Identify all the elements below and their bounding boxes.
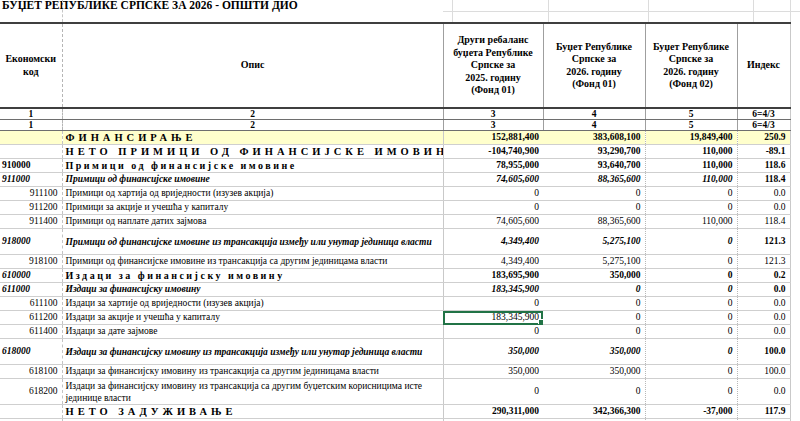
- cell-index[interactable]: 118.4: [737, 173, 790, 187]
- column-header-index[interactable]: Индекс: [737, 23, 790, 108]
- cell-index[interactable]: 100.0: [737, 365, 790, 379]
- cell-index[interactable]: 100.0: [737, 339, 790, 365]
- column-number[interactable]: 2: [62, 108, 443, 120]
- cell-code[interactable]: 611200: [0, 311, 62, 325]
- cell-budget-2026-f02[interactable]: 19,849,400: [645, 131, 737, 145]
- cell-rebalance-2025[interactable]: 0: [443, 201, 543, 215]
- cell-desc[interactable]: Примици од финансијске имовине из транса…: [62, 255, 443, 269]
- cell-budget-2026-f02[interactable]: 0: [645, 283, 737, 297]
- cell-budget-2026-f02[interactable]: 110,000: [645, 159, 737, 173]
- cell-budget-2026-f01[interactable]: 0: [543, 187, 645, 201]
- cell-code[interactable]: 911000: [0, 173, 62, 187]
- cell-desc[interactable]: НЕТО ПРИМИЦИ ОД ФИНАНСИЈСКЕ ИМОВИНЕ: [62, 145, 443, 159]
- cell-budget-2026-f01[interactable]: 93,640,700: [543, 159, 645, 173]
- column-number[interactable]: 1: [0, 108, 62, 120]
- cell-budget-2026-f02[interactable]: 0: [645, 297, 737, 311]
- cell-budget-2026-f01[interactable]: 0: [543, 311, 645, 325]
- cell-desc[interactable]: Издаци за хартије од вриједности (изузев…: [62, 297, 443, 311]
- cell-rebalance-2025[interactable]: 183,695,900: [443, 269, 543, 283]
- sheet-title-cell[interactable]: БУЏЕТ РЕПУБЛИКЕ СРПСКЕ ЗА 2026 - ОПШТИ Д…: [2, 0, 298, 11]
- cell-desc[interactable]: ФИНАНСИРАЊЕ: [62, 131, 443, 145]
- cell-rebalance-2025[interactable]: 0: [443, 187, 543, 201]
- cell-budget-2026-f01[interactable]: 0: [543, 283, 645, 297]
- cell-code[interactable]: [0, 145, 62, 159]
- column-number[interactable]: 4: [543, 120, 645, 131]
- cell-index[interactable]: 0.0: [737, 325, 790, 339]
- cell-budget-2026-f02[interactable]: 0: [645, 365, 737, 379]
- cell-budget-2026-f02[interactable]: 110,000: [645, 173, 737, 187]
- cell-code[interactable]: 618100: [0, 365, 62, 379]
- cell-budget-2026-f02[interactable]: 0: [645, 311, 737, 325]
- cell-desc[interactable]: Издаци за финансијску имовину: [62, 269, 443, 283]
- cell-index[interactable]: 117.9: [737, 405, 790, 419]
- cell-code[interactable]: 610000: [0, 269, 62, 283]
- cell-budget-2026-f01[interactable]: 88,365,600: [543, 215, 645, 229]
- cell-budget-2026-f02[interactable]: 0: [645, 229, 737, 255]
- cell-budget-2026-f02[interactable]: 0: [645, 325, 737, 339]
- cell-index[interactable]: 0.0: [737, 201, 790, 215]
- cell-index[interactable]: 121.3: [737, 255, 790, 269]
- cell-budget-2026-f02[interactable]: 0: [645, 255, 737, 269]
- cell-code[interactable]: 918000: [0, 229, 62, 255]
- cell-budget-2026-f01[interactable]: 350,000: [543, 339, 645, 365]
- cell-code[interactable]: 618200: [0, 379, 62, 405]
- cell-rebalance-2025[interactable]: 0: [443, 325, 543, 339]
- cell-index[interactable]: 0.0: [737, 297, 790, 311]
- cell-budget-2026-f01[interactable]: 0: [543, 297, 645, 311]
- column-number[interactable]: 2: [62, 120, 443, 131]
- cell-index[interactable]: 0.0: [737, 187, 790, 201]
- cell-budget-2026-f01[interactable]: 350,000: [543, 269, 645, 283]
- cell-rebalance-2025[interactable]: 4,349,400: [443, 229, 543, 255]
- cell-rebalance-2025[interactable]: 78,955,000: [443, 159, 543, 173]
- column-number[interactable]: 4: [543, 108, 645, 120]
- cell-budget-2026-f01[interactable]: 383,608,100: [543, 131, 645, 145]
- column-header-budget_2026_f02[interactable]: Буџет Републике Српске за 2026. годину (…: [645, 23, 737, 108]
- cell-code[interactable]: 611000: [0, 283, 62, 297]
- cell-budget-2026-f01[interactable]: 93,290,700: [543, 145, 645, 159]
- cell-index[interactable]: -89.1: [737, 145, 790, 159]
- column-header-budget_2026_f01[interactable]: Буџет Републике Српске за 2026. годину (…: [543, 23, 645, 108]
- cell-desc[interactable]: Издаци за финансијску имовину из трансак…: [62, 379, 443, 405]
- cell-desc[interactable]: Примици од финансијске имовине: [62, 173, 443, 187]
- column-number[interactable]: 3: [443, 108, 543, 120]
- cell-budget-2026-f02[interactable]: 110,000: [645, 215, 737, 229]
- cell-budget-2026-f01[interactable]: 5,275,100: [543, 229, 645, 255]
- cell-rebalance-2025[interactable]: 350,000: [443, 339, 543, 365]
- cell-budget-2026-f01[interactable]: 5,275,100: [543, 255, 645, 269]
- cell-budget-2026-f02[interactable]: 0: [645, 379, 737, 405]
- cell-desc[interactable]: Примици од финансијске имовине из транса…: [62, 229, 443, 255]
- cell-rebalance-2025[interactable]: 74,605,600: [443, 215, 543, 229]
- cell-desc[interactable]: НЕТО ЗАДУЖИВАЊЕ: [62, 405, 443, 419]
- cell-code[interactable]: 911200: [0, 201, 62, 215]
- cell-code[interactable]: [0, 131, 62, 145]
- cell-index[interactable]: 0.0: [737, 311, 790, 325]
- column-header-code[interactable]: Економски код: [0, 23, 62, 108]
- cell-index[interactable]: 118.6: [737, 159, 790, 173]
- cell-code[interactable]: 918100: [0, 255, 62, 269]
- cell-budget-2026-f02[interactable]: -37,000: [645, 405, 737, 419]
- cell-desc[interactable]: Издаци за финансијску имовину из трансак…: [62, 339, 443, 365]
- cell-budget-2026-f01[interactable]: 0: [543, 379, 645, 405]
- cell-index[interactable]: 118.4: [737, 215, 790, 229]
- cell-budget-2026-f02[interactable]: 0: [645, 269, 737, 283]
- column-header-desc[interactable]: Опис: [62, 23, 443, 108]
- cell-budget-2026-f01[interactable]: 0: [543, 201, 645, 215]
- cell-code[interactable]: 911100: [0, 187, 62, 201]
- cell-desc[interactable]: Примици од наплате датих зајмова: [62, 215, 443, 229]
- cell-index[interactable]: 250.9: [737, 131, 790, 145]
- cell-code[interactable]: 611400: [0, 325, 62, 339]
- cell-index[interactable]: 121.3: [737, 229, 790, 255]
- cell-desc[interactable]: Примици од хартија од вриједности (изузе…: [62, 187, 443, 201]
- cell-desc[interactable]: Примици за акције и учешћа у капиталу: [62, 201, 443, 215]
- cell-rebalance-2025[interactable]: 290,311,000: [443, 405, 543, 419]
- column-number[interactable]: 5: [645, 120, 737, 131]
- cell-desc[interactable]: Издаци за финансијску имовину: [62, 283, 443, 297]
- cell-rebalance-2025[interactable]: 4,349,400: [443, 255, 543, 269]
- cell-rebalance-2025[interactable]: 183,345,900: [443, 283, 543, 297]
- cell-budget-2026-f02[interactable]: 0: [645, 201, 737, 215]
- cell-budget-2026-f01[interactable]: 0: [543, 325, 645, 339]
- column-number[interactable]: 1: [0, 120, 62, 131]
- cell-budget-2026-f01[interactable]: 342,366,300: [543, 405, 645, 419]
- column-number[interactable]: 6=4/3: [737, 120, 790, 131]
- cell-rebalance-2025[interactable]: -104,740,900: [443, 145, 543, 159]
